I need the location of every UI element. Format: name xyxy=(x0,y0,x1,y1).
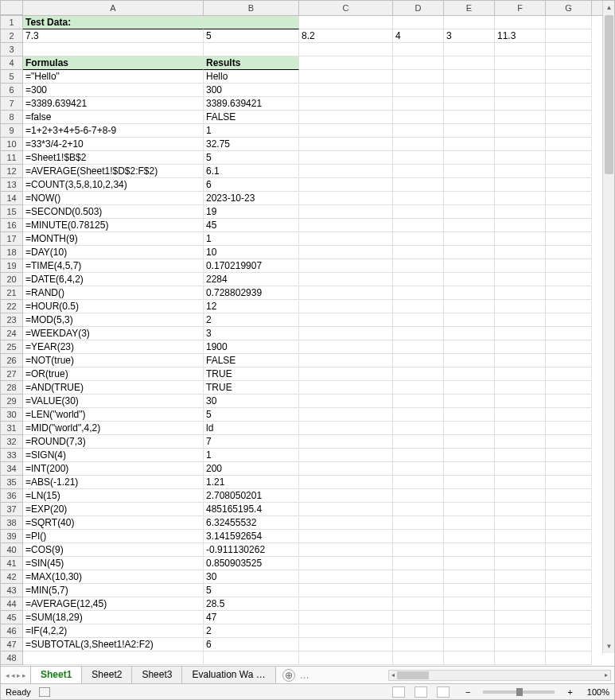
cell-B29[interactable]: 30 xyxy=(204,395,299,408)
cell-F43[interactable] xyxy=(495,584,546,597)
cell-E36[interactable] xyxy=(444,489,495,503)
row-header-1[interactable]: 1 xyxy=(1,16,23,29)
cell-E43[interactable] xyxy=(444,584,495,597)
cell-E8[interactable] xyxy=(444,111,495,124)
row-header-48[interactable]: 48 xyxy=(1,651,23,665)
row-header-44[interactable]: 44 xyxy=(1,597,23,611)
cell-E46[interactable] xyxy=(444,624,495,638)
cell-A5[interactable]: ="Hello" xyxy=(23,70,204,84)
row-header-33[interactable]: 33 xyxy=(1,449,23,462)
cell-A21[interactable]: =RAND() xyxy=(23,286,204,300)
cell-A17[interactable]: =MONTH(9) xyxy=(23,232,204,246)
cell-B12[interactable]: 6.1 xyxy=(204,165,299,178)
cell-D26[interactable] xyxy=(393,354,444,368)
cell-A7[interactable]: =3389.639421 xyxy=(23,97,204,111)
row-header-25[interactable]: 25 xyxy=(1,340,23,354)
cell-E45[interactable] xyxy=(444,611,495,624)
view-page-break-button[interactable] xyxy=(437,686,450,698)
cell-B23[interactable]: 2 xyxy=(204,313,299,327)
cell-G20[interactable] xyxy=(546,273,592,286)
cell-B24[interactable]: 3 xyxy=(204,327,299,340)
cell-D41[interactable] xyxy=(393,557,444,570)
row-header-4[interactable]: 4 xyxy=(1,56,23,70)
cell-B21[interactable]: 0.728802939 xyxy=(204,286,299,300)
cell-E39[interactable] xyxy=(444,530,495,543)
cell-B26[interactable]: FALSE xyxy=(204,354,299,368)
row-header-7[interactable]: 7 xyxy=(1,97,23,111)
cell-A8[interactable]: =false xyxy=(23,111,204,124)
cell-G16[interactable] xyxy=(546,219,592,232)
cell-C19[interactable] xyxy=(299,259,393,273)
cell-G44[interactable] xyxy=(546,597,592,611)
row-header-29[interactable]: 29 xyxy=(1,395,23,408)
cell-E3[interactable] xyxy=(444,43,495,56)
cell-C37[interactable] xyxy=(299,503,393,516)
cell-G45[interactable] xyxy=(546,611,592,624)
vertical-scroll-thumb[interactable] xyxy=(605,15,613,174)
cell-D13[interactable] xyxy=(393,178,444,192)
cell-A16[interactable]: =MINUTE(0.78125) xyxy=(23,219,204,232)
scroll-down-icon[interactable]: ▼ xyxy=(605,643,613,650)
cell-D32[interactable] xyxy=(393,435,444,449)
cell-F10[interactable] xyxy=(495,138,546,151)
cell-C22[interactable] xyxy=(299,300,393,313)
cell-E14[interactable] xyxy=(444,192,495,205)
cell-C9[interactable] xyxy=(299,124,393,138)
cell-F29[interactable] xyxy=(495,395,546,408)
row-header-13[interactable]: 13 xyxy=(1,178,23,192)
cell-G13[interactable] xyxy=(546,178,592,192)
cell-A38[interactable]: =SQRT(40) xyxy=(23,516,204,530)
vertical-scrollbar[interactable]: ▲ ▼ xyxy=(602,1,614,653)
cell-A25[interactable]: =YEAR(23) xyxy=(23,340,204,354)
cell-D1[interactable] xyxy=(393,16,444,29)
row-header-37[interactable]: 37 xyxy=(1,503,23,516)
view-normal-button[interactable] xyxy=(392,686,405,698)
zoom-in-button[interactable]: + xyxy=(567,687,572,697)
cell-B40[interactable]: -0.911130262 xyxy=(204,543,299,557)
cell-B42[interactable]: 30 xyxy=(204,570,299,584)
scroll-up-icon[interactable]: ▲ xyxy=(605,4,613,11)
cell-F27[interactable] xyxy=(495,368,546,381)
cell-G5[interactable] xyxy=(546,70,592,84)
cell-D27[interactable] xyxy=(393,368,444,381)
cell-F44[interactable] xyxy=(495,597,546,611)
row-header-41[interactable]: 41 xyxy=(1,557,23,570)
select-all-corner[interactable] xyxy=(1,1,23,15)
cell-G47[interactable] xyxy=(546,638,592,651)
cell-A30[interactable]: =LEN("world") xyxy=(23,408,204,422)
cell-F40[interactable] xyxy=(495,543,546,557)
cell-F42[interactable] xyxy=(495,570,546,584)
cell-D3[interactable] xyxy=(393,43,444,56)
cell-G21[interactable] xyxy=(546,286,592,300)
cell-D8[interactable] xyxy=(393,111,444,124)
column-header-D[interactable]: D xyxy=(393,1,444,15)
cell-A32[interactable]: =ROUND(7,3) xyxy=(23,435,204,449)
cell-C38[interactable] xyxy=(299,516,393,530)
cell-F33[interactable] xyxy=(495,449,546,462)
cell-E20[interactable] xyxy=(444,273,495,286)
zoom-slider-knob[interactable] xyxy=(516,688,523,696)
cell-C25[interactable] xyxy=(299,340,393,354)
cell-A22[interactable]: =HOUR(0.5) xyxy=(23,300,204,313)
cell-C2[interactable]: 8.2 xyxy=(299,29,393,43)
cell-E48[interactable] xyxy=(444,651,495,665)
cell-B10[interactable]: 32.75 xyxy=(204,138,299,151)
cell-C29[interactable] xyxy=(299,395,393,408)
cell-D48[interactable] xyxy=(393,651,444,665)
cell-C10[interactable] xyxy=(299,138,393,151)
cell-D34[interactable] xyxy=(393,462,444,476)
cell-B32[interactable]: 7 xyxy=(204,435,299,449)
cell-B37[interactable]: 485165195.4 xyxy=(204,503,299,516)
row-header-19[interactable]: 19 xyxy=(1,259,23,273)
cell-A40[interactable]: =COS(9) xyxy=(23,543,204,557)
cell-E30[interactable] xyxy=(444,408,495,422)
cell-B6[interactable]: 300 xyxy=(204,84,299,97)
cell-C43[interactable] xyxy=(299,584,393,597)
cell-F47[interactable] xyxy=(495,638,546,651)
cell-A44[interactable]: =AVERAGE(12,45) xyxy=(23,597,204,611)
cell-E6[interactable] xyxy=(444,84,495,97)
cell-G19[interactable] xyxy=(546,259,592,273)
cell-C42[interactable] xyxy=(299,570,393,584)
row-header-40[interactable]: 40 xyxy=(1,543,23,557)
zoom-slider[interactable] xyxy=(483,690,555,694)
